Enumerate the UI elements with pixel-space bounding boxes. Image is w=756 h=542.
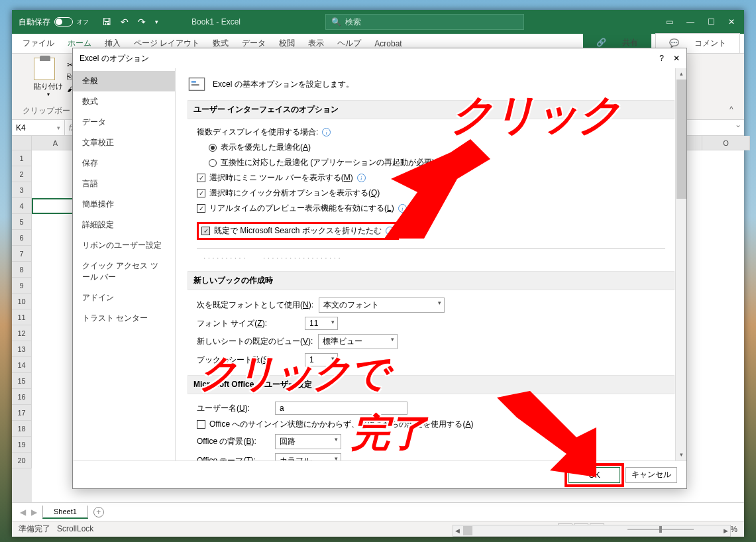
group-ui-options: ユーザー インターフェイスのオプション — [188, 100, 675, 119]
search-icon: 🔍 — [331, 17, 341, 27]
check-live-preview[interactable]: リアルタイムのプレビュー表示機能を有効にする(L)i — [188, 201, 675, 216]
clipboard-group-label: クリップボード — [23, 105, 78, 117]
maximize-icon[interactable]: ☐ — [708, 17, 715, 27]
dialog-title: Excel のオプション — [80, 53, 149, 64]
cancel-button[interactable]: キャンセル — [625, 467, 677, 483]
status-ready: 準備完了 — [19, 524, 50, 533]
expand-formula-icon[interactable]: ⌄ — [732, 120, 744, 135]
dialog-buttons: OK キャンセル — [73, 461, 686, 488]
info-icon[interactable]: i — [322, 128, 331, 136]
dialog-nav: 全般 数式 データ 文章校正 保存 言語 簡単操作 詳細設定 リボンのユーザー設… — [73, 68, 176, 461]
dialog-scrollbar[interactable]: ▴▾ — [675, 68, 686, 461]
row-headers[interactable]: 1234567891011121314151617181920 — [12, 150, 32, 502]
minimize-icon[interactable]: — — [686, 17, 694, 27]
office-background-combo[interactable]: 回路 — [275, 434, 341, 449]
quick-access-toolbar: 🖫 ↶ ↷ ▾ — [95, 17, 165, 27]
autosave-toggle[interactable]: 自動保存 オフ — [12, 17, 95, 28]
svg-rect-2 — [191, 84, 199, 85]
nav-customize-ribbon[interactable]: リボンのユーザー設定 — [73, 235, 175, 256]
general-options-icon — [188, 75, 206, 93]
nav-general[interactable]: 全般 — [73, 71, 175, 91]
nav-trust-center[interactable]: トラスト センター — [73, 308, 175, 329]
help-icon[interactable]: ? — [659, 54, 664, 63]
group-office-user: Microsoft Office のユーザー設定 — [188, 375, 675, 394]
nav-addins[interactable]: アドイン — [73, 288, 175, 308]
tab-file[interactable]: ファイル — [16, 34, 61, 53]
multi-display-label: 複数ディスプレイを使用する場合:i — [188, 125, 675, 140]
qat-dropdown-icon[interactable]: ▾ — [155, 19, 158, 25]
office-theme-combo[interactable]: カラフル — [275, 453, 341, 461]
sheets-count-spinner[interactable]: 1 — [305, 353, 338, 366]
ribbon-display-icon[interactable]: ▭ — [666, 17, 673, 27]
group-new-workbook: 新しいブックの作成時 — [188, 271, 675, 290]
undo-icon[interactable]: ↶ — [121, 17, 129, 27]
zoom-slider[interactable] — [627, 529, 694, 530]
username-input[interactable] — [275, 402, 407, 415]
dialog-content: Excel の基本オプションを設定します。 ユーザー インターフェイスのオプショ… — [176, 68, 686, 461]
check-mini-toolbar[interactable]: 選択時にミニ ツール バーを表示する(M)i — [188, 170, 675, 186]
nav-formulas[interactable]: 数式 — [73, 91, 175, 112]
close-icon[interactable]: ✕ — [728, 17, 735, 27]
svg-rect-1 — [191, 81, 196, 82]
nav-accessibility[interactable]: 簡単操作 — [73, 194, 175, 215]
nav-language[interactable]: 言語 — [73, 174, 175, 194]
save-icon[interactable]: 🖫 — [102, 17, 111, 27]
dialog-close-icon[interactable]: ✕ — [673, 54, 680, 63]
default-view-combo[interactable]: 標準ビュー — [318, 334, 398, 349]
paste-label: 貼り付け — [34, 81, 63, 91]
nav-data[interactable]: データ — [73, 112, 175, 133]
info-icon[interactable]: i — [386, 227, 394, 235]
dialog-titlebar: Excel のオプション ? ✕ — [73, 48, 686, 68]
check-always-use-settings[interactable]: Office へのサインイン状態にかかわらず、常にこれらの設定を使用する(A) — [188, 417, 675, 432]
sheet-next-icon[interactable]: ▶ — [31, 508, 37, 517]
dialog-intro: Excel の基本オプションを設定します。 — [213, 79, 354, 90]
select-all-corner[interactable] — [12, 136, 32, 150]
sheet-tab[interactable]: Sheet1 — [42, 506, 88, 519]
window-title: Book1 - Excel — [165, 17, 325, 27]
nav-save[interactable]: 保存 — [73, 153, 175, 174]
paste-icon[interactable] — [34, 58, 55, 80]
info-icon[interactable]: i — [398, 204, 407, 213]
status-scrolllock: ScrollLock — [57, 524, 93, 533]
nav-proofing[interactable]: 文章校正 — [73, 133, 175, 153]
nav-quick-access[interactable]: クイック アクセス ツール バー — [73, 256, 175, 288]
radio-compat-optimize[interactable]: 互換性に対応した最適化 (アプリケーションの再起動が必要)(C) — [188, 155, 675, 170]
check-collapse-search-highlighted[interactable]: 既定で Microsoft Search ボックスを折りたたむ i — [197, 222, 399, 240]
titlebar: 自動保存 オフ 🖫 ↶ ↷ ▾ Book1 - Excel 🔍 検索 ▭ — ☐… — [12, 10, 744, 34]
radio-display-optimize[interactable]: 表示を優先した最適化(A) — [188, 140, 675, 155]
window-controls: ▭ — ☐ ✕ — [657, 17, 744, 27]
options-dialog: Excel のオプション ? ✕ 全般 数式 データ 文章校正 保存 言語 簡単… — [72, 48, 687, 489]
redo-icon[interactable]: ↷ — [138, 17, 146, 27]
sheet-prev-icon[interactable]: ◀ — [20, 508, 26, 517]
add-sheet-icon[interactable]: + — [93, 507, 104, 517]
sheet-tab-bar: ◀ ▶ Sheet1 + ◀▶ — [12, 502, 744, 521]
nav-advanced[interactable]: 詳細設定 — [73, 215, 175, 235]
ok-button[interactable]: OK — [568, 467, 620, 483]
search-box[interactable]: 🔍 検索 — [325, 14, 524, 30]
font-size-combo[interactable]: 11 — [305, 317, 338, 330]
horizontal-scrollbar[interactable]: ◀▶ — [453, 525, 731, 537]
check-quick-analysis[interactable]: 選択時にクイック分析オプションを表示する(Q) — [188, 186, 675, 201]
default-font-combo[interactable]: 本文のフォント — [319, 298, 445, 313]
name-box[interactable]: K4▾ — [12, 120, 65, 135]
collapse-ribbon-icon[interactable]: ^ — [729, 105, 739, 117]
info-icon[interactable]: i — [357, 174, 366, 182]
